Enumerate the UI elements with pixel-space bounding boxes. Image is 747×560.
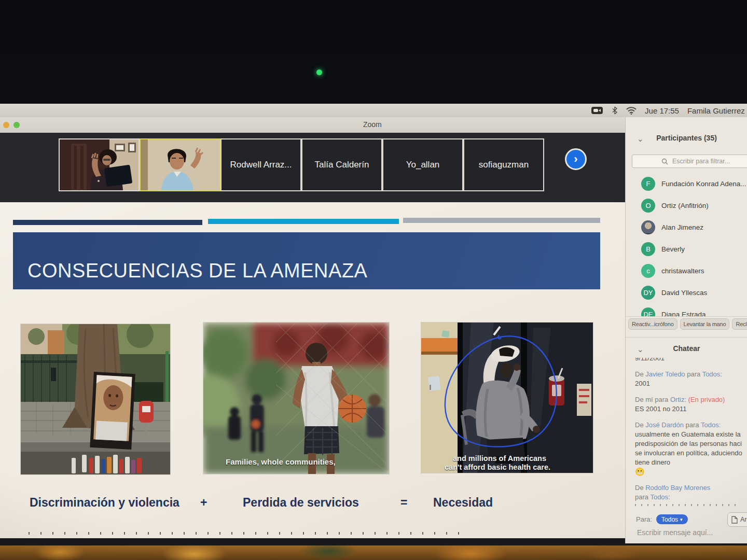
participant-row[interactable]: c christawalters	[626, 260, 747, 282]
participant-row[interactable]: DY David Yllescas	[626, 282, 747, 303]
zoom-video-icon[interactable]	[591, 106, 603, 115]
video-strip: Rodwell Arraz... Talía Calderín Yo_allan…	[0, 133, 625, 202]
participants-header: Participantes (35)	[626, 134, 747, 142]
emoji: 😬	[635, 467, 747, 477]
participant-tile-name: Rodwell Arraz...	[230, 160, 292, 170]
accent-bar-navy	[13, 220, 202, 225]
participant-name: christawalters	[661, 267, 704, 275]
chat-message: De Javier Toledo para Todos: 2001	[635, 370, 747, 388]
participant-row[interactable]: B Beverly	[626, 239, 747, 260]
avatar	[641, 220, 655, 234]
video-thumbnail-2-active-speaker[interactable]	[140, 138, 220, 191]
to-label: Para:	[636, 515, 652, 523]
participant-row[interactable]: O Ortiz (Anfitrión)	[626, 195, 747, 216]
fullscreen-button[interactable]	[13, 122, 20, 128]
participant-name: Ortiz (Anfitrión)	[661, 202, 709, 209]
side-panel: ⌄ Participantes (35) F Fundación Konrad …	[625, 117, 747, 543]
camera-led	[316, 69, 322, 75]
chevron-right-icon: ›	[574, 153, 577, 165]
equation-term-necesidad: Necesidad	[433, 496, 493, 510]
avatar: DE	[641, 307, 655, 316]
participant-tile-name: sofiaguzman	[479, 160, 529, 170]
video-tile-name-1[interactable]: Rodwell Arraz...	[220, 138, 301, 191]
attach-file-button[interactable]: Arc	[727, 512, 747, 527]
screen-photo: Jue 17:55 Famila Gutierrez B Zoom	[0, 0, 747, 560]
participant-name: Beverly	[661, 245, 685, 253]
participants-search[interactable]	[632, 155, 747, 168]
video-tile-name-3[interactable]: Yo_allan	[382, 138, 463, 191]
window-title: Zoom	[363, 120, 382, 129]
chat-recipient-row: Para: Todos▾	[636, 514, 688, 524]
chat-recipient[interactable]: Ortiz:	[670, 396, 686, 403]
bluetooth-icon[interactable]	[612, 106, 618, 115]
chat-recipient[interactable]: Todos:	[650, 493, 670, 501]
participant-row[interactable]: Alan Jimenez	[626, 217, 747, 238]
chat-messages[interactable]: 9/11/2001 De Javier Toledo para Todos: 2…	[635, 358, 747, 512]
chat-sender[interactable]: José Dardón	[645, 421, 684, 429]
avatar: B	[641, 242, 655, 256]
search-icon	[661, 158, 668, 165]
chat-message-input[interactable]	[636, 528, 742, 537]
equation-equals: =	[400, 496, 407, 510]
desktop-wallpaper	[0, 545, 747, 560]
divider	[626, 316, 747, 317]
macos-menubar: Jue 17:55 Famila Gutierrez B	[0, 104, 747, 117]
chat-sender: mí	[645, 396, 653, 403]
slide-image-man-sitting	[421, 323, 593, 473]
presentation-slide: CONSECUENCIAS DE LA AMENAZA	[0, 202, 625, 538]
participants-list: F Fundación Konrad Adena... O Ortiz (Anf…	[626, 173, 747, 316]
accent-bar-cyan	[208, 219, 399, 224]
chat-message-body: 2001	[635, 379, 747, 388]
video-tile-name-4[interactable]: sofiaguzman	[463, 138, 544, 191]
caret-down-icon: ▾	[680, 517, 683, 522]
divider	[626, 337, 747, 338]
participant-tile-name: Yo_allan	[406, 160, 440, 170]
minimize-button[interactable]	[3, 122, 9, 128]
private-badge: (En privado)	[686, 396, 725, 403]
chat-sender[interactable]: Javier Toledo	[645, 370, 685, 378]
participants-actions: Reactiv...icrófono Levantar la mano Recl…	[628, 318, 747, 330]
chat-recipient[interactable]: Todos:	[702, 370, 722, 378]
wifi-icon[interactable]	[626, 107, 637, 115]
participant-tile-name: Talía Calderín	[315, 160, 369, 170]
chat-recipient[interactable]: Todos:	[701, 421, 721, 429]
equation-term-discriminacion: Discriminación y violencia	[30, 496, 179, 510]
recipient-selector[interactable]: Todos▾	[656, 514, 688, 524]
file-icon	[731, 516, 738, 524]
chat-sender[interactable]: Rodolfo Bay Morenes	[645, 484, 710, 492]
subtitle-caption-photo3-line2: can't afford basic health care.	[445, 463, 550, 471]
slide-image-basketball	[203, 323, 389, 474]
video-tile-name-2[interactable]: Talía Calderín	[301, 138, 382, 191]
participant-video-man	[141, 139, 219, 190]
clipped-chat-line	[635, 504, 739, 506]
equation-plus: +	[200, 496, 207, 510]
slide-title: CONSECUENCIAS DE LA AMENAZA	[27, 260, 367, 282]
unmute-button[interactable]: Reactiv...icrófono	[628, 318, 677, 330]
clipped-slide-text-line	[29, 532, 464, 535]
accent-bar-gray	[403, 218, 600, 223]
menubar-user[interactable]: Famila Gutierrez B	[687, 106, 747, 115]
chat-message-clipped: 9/11/2001	[635, 358, 747, 363]
chat-message: De mí para Ortiz: (En privado) ES 2001 n…	[635, 395, 747, 414]
chat-message-body: ES 2001 no 2011	[635, 404, 747, 414]
next-videos-button[interactable]: ›	[565, 148, 587, 170]
raise-hand-button[interactable]: Levantar la mano	[680, 318, 730, 330]
participants-filter-input[interactable]	[671, 157, 747, 165]
video-thumbnail-1[interactable]	[59, 138, 140, 191]
participant-video-woman	[60, 139, 139, 190]
chat-message: De José Dardón para Todos: usualmente en…	[635, 421, 747, 477]
subtitle-caption-photo3-line1: and millions of Americans	[453, 454, 546, 463]
zoom-titlebar: Zoom	[0, 117, 625, 133]
chat-header: Chatear	[626, 344, 747, 353]
avatar: O	[641, 199, 655, 213]
participant-name: Diana Estrada	[661, 311, 706, 316]
participant-row[interactable]: DE Diana Estrada	[626, 304, 747, 316]
participant-name: Alan Jimenez	[661, 223, 703, 231]
claim-host-button[interactable]: Reclamar	[732, 318, 747, 330]
menubar-clock[interactable]: Jue 17:55	[645, 106, 679, 115]
participant-name: Fundación Konrad Adena...	[661, 180, 746, 188]
chat-message: De Rodolfo Bay Morenes para Todos:	[635, 483, 747, 506]
subtitle-caption-photo2: Families, whole communities,	[226, 457, 336, 466]
participant-name: David Yllescas	[661, 289, 707, 297]
participant-row[interactable]: F Fundación Konrad Adena...	[626, 173, 747, 194]
